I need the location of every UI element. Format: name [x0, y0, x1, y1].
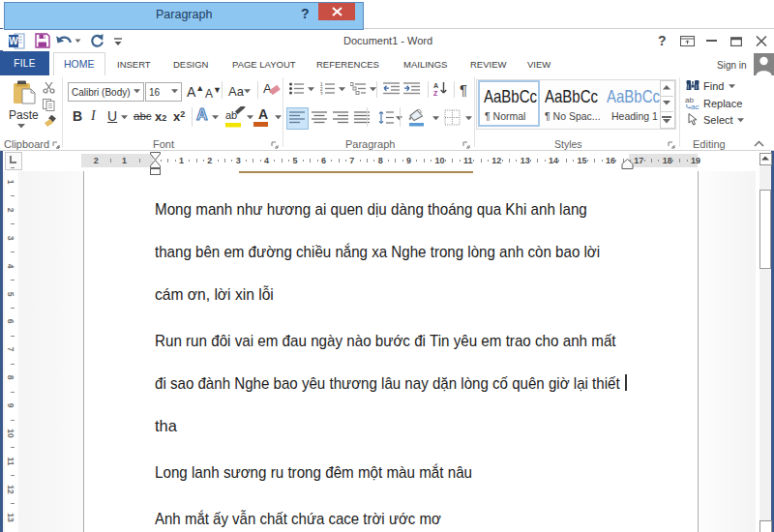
- svg-text:3: 3: [320, 92, 323, 96]
- svg-text:A: A: [433, 82, 438, 89]
- svg-text:W: W: [9, 36, 18, 46]
- svg-text:A: A: [263, 81, 272, 96]
- svg-text:ac: ac: [691, 103, 699, 110]
- svg-text:Z: Z: [433, 90, 438, 96]
- svg-text:ab: ab: [225, 109, 237, 121]
